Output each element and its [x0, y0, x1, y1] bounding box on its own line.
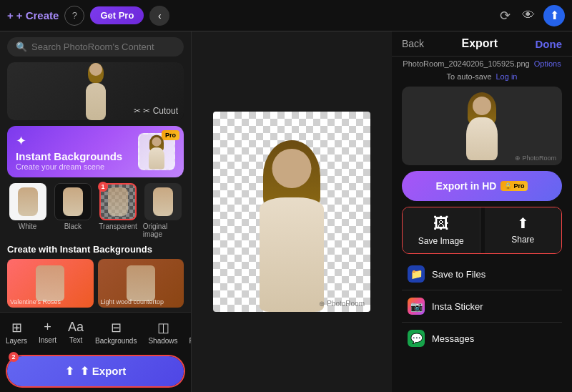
cutout-section: ✂ ✂ Cutout — [7, 62, 184, 120]
insert-label: Insert — [39, 336, 56, 344]
main-layout: 🔍 ✂ ✂ Cutout ✦ Instant Backgrounds — [0, 31, 572, 392]
export-label: ⬆ Export — [80, 365, 127, 378]
toolbar-layers[interactable]: ⊞ Layers — [0, 317, 33, 348]
export-hd-label: Export in HD — [436, 180, 497, 192]
autosave-row: To auto-save Log in — [392, 71, 572, 87]
scissor-icon: ✂ — [134, 106, 141, 116]
canvas-body — [260, 197, 324, 312]
filename-row: PhotoRoom_20240206_105925.png Options — [392, 57, 572, 71]
insert-icon: + — [44, 320, 51, 335]
messages-icon: 💬 — [408, 330, 425, 347]
preview-watermark: ⊕ PhotoRoom — [515, 155, 556, 162]
original-thumb — [144, 183, 182, 220]
insta-sticker-item[interactable]: 📷 Insta Sticker — [402, 290, 562, 323]
insta-icon: 📷 — [408, 298, 425, 315]
rp-body2 — [466, 117, 498, 160]
toolbar-text[interactable]: Aa Text — [62, 317, 89, 348]
done-button[interactable]: Done — [535, 38, 562, 50]
help-button[interactable]: ? — [64, 6, 84, 26]
pro-badge-hd: 🔒 Pro — [500, 181, 528, 191]
files-icon: 📁 — [408, 265, 425, 283]
left-panel: 🔍 ✂ ✂ Cutout ✦ Instant Backgrounds — [0, 31, 192, 392]
search-icon: 🔍 — [16, 41, 27, 52]
layers-icon: ⊞ — [11, 320, 22, 335]
instant-bg-subtitle: Create your dream scene — [16, 162, 138, 171]
autosave-text: To auto-save — [447, 72, 492, 81]
cutout-label: ✂ ✂ Cutout — [134, 106, 178, 116]
save-image-item[interactable]: 🖼 Save Image — [403, 207, 480, 253]
white-thumb — [9, 183, 46, 220]
variant-white[interactable]: White — [7, 183, 48, 238]
shadows-label: Shadows — [148, 337, 177, 345]
toolbar-items: ⊞ Layers + Insert Aa Text ⊟ Backgrounds … — [0, 313, 191, 352]
save-image-icon: 🖼 — [433, 215, 449, 233]
share-item[interactable]: ⬆ Share — [485, 207, 562, 253]
create-icon: + — [7, 9, 14, 21]
login-button[interactable]: Log in — [496, 72, 518, 81]
sparkle-icon: ✦ — [16, 133, 138, 149]
save-image-label: Save Image — [418, 236, 464, 246]
instant-bg-content: ✦ Instant Backgrounds Create your dream … — [16, 133, 138, 171]
rp-head — [152, 137, 162, 146]
rp-body — [149, 147, 164, 169]
create-section: Create with Instant Backgrounds Valentin… — [7, 244, 184, 308]
right-preview: ⊕ PhotoRoom — [402, 87, 562, 165]
eye-button[interactable]: 👁 — [519, 5, 538, 26]
canvas-watermark: ⊕ PhotoRoom — [319, 300, 365, 308]
badge-2: 2 — [9, 352, 19, 362]
bg-item-wood[interactable]: Light wood countertop — [98, 259, 184, 308]
badge-1: 1 — [98, 182, 108, 192]
canvas-area[interactable]: ⊕ PhotoRoom — [213, 112, 370, 312]
toolbar-resize[interactable]: ⤢ Resize — [184, 317, 192, 348]
back-button[interactable]: Back — [402, 38, 424, 49]
top-bar: + + Create ? Get Pro ‹ ⟳ 👁 ⬆ — [0, 0, 572, 31]
options-button[interactable]: Options — [534, 59, 561, 68]
share-icon: ⬆ — [517, 215, 529, 232]
rp-head2 — [473, 97, 491, 115]
variant-transparent[interactable]: 1 Transparent — [98, 183, 139, 238]
right-preview-person — [460, 92, 503, 160]
upload-button[interactable]: ⬆ — [543, 5, 565, 26]
instant-backgrounds-banner[interactable]: ✦ Instant Backgrounds Create your dream … — [7, 126, 184, 177]
search-bar: 🔍 — [7, 37, 184, 57]
right-top-bar: Back Export Done — [392, 31, 572, 57]
export-button[interactable]: ⬆ ⬆ Export — [7, 356, 184, 386]
backgrounds-label: Backgrounds — [95, 337, 137, 345]
toolbar-insert[interactable]: + Insert — [33, 317, 62, 348]
export-icon: ⬆ — [65, 365, 74, 378]
roses-caption: Valentine's Roses — [10, 298, 61, 305]
instant-bg-title: Instant Backgrounds — [16, 150, 138, 162]
export-hd-button[interactable]: Export in HD 🔒 Pro — [402, 171, 562, 201]
person-preview — [76, 63, 115, 120]
save-files-label: Save to Files — [432, 269, 485, 280]
back-nav-button[interactable]: ‹ — [149, 6, 169, 26]
canvas-head — [272, 149, 312, 188]
center-canvas: ⊕ PhotoRoom — [192, 31, 392, 392]
layers-label: Layers — [6, 337, 27, 345]
original-label: Original image — [143, 222, 184, 238]
top-bar-right: ⟳ 👁 ⬆ — [497, 5, 565, 26]
messages-item[interactable]: 💬 Messages — [402, 323, 562, 354]
save-files-item[interactable]: 📁 Save to Files — [402, 258, 562, 290]
variant-original[interactable]: Original image — [143, 183, 184, 238]
toolbar-backgrounds[interactable]: ⊟ Backgrounds — [89, 317, 142, 348]
right-panel: Back Export Done PhotoRoom_20240206_1059… — [392, 31, 572, 392]
head — [89, 63, 102, 76]
black-thumb — [54, 183, 92, 220]
variant-black[interactable]: Black — [52, 183, 93, 238]
search-input[interactable] — [31, 41, 175, 52]
create-button[interactable]: + + Create — [7, 9, 59, 21]
share-grid: 🖼 Save Image ⬆ Share — [402, 207, 562, 254]
text-label: Text — [69, 336, 82, 344]
recycle-button[interactable]: ⟳ — [497, 5, 513, 26]
bg-item-roses[interactable]: Valentine's Roses — [7, 259, 94, 308]
transparent-label: Transparent — [99, 222, 137, 230]
action-list: 📁 Save to Files 📷 Insta Sticker 💬 Messag… — [402, 258, 562, 354]
toolbar-shadows[interactable]: ◫ Shadows — [142, 317, 183, 348]
transparent-thumb: 1 — [99, 183, 137, 220]
mini-person — [148, 134, 165, 169]
black-label: Black — [64, 222, 82, 230]
export-btn-wrap: 2 ⬆ ⬆ Export — [0, 352, 191, 392]
create-label: + Create — [16, 9, 59, 21]
get-pro-button[interactable]: Get Pro — [90, 6, 144, 24]
